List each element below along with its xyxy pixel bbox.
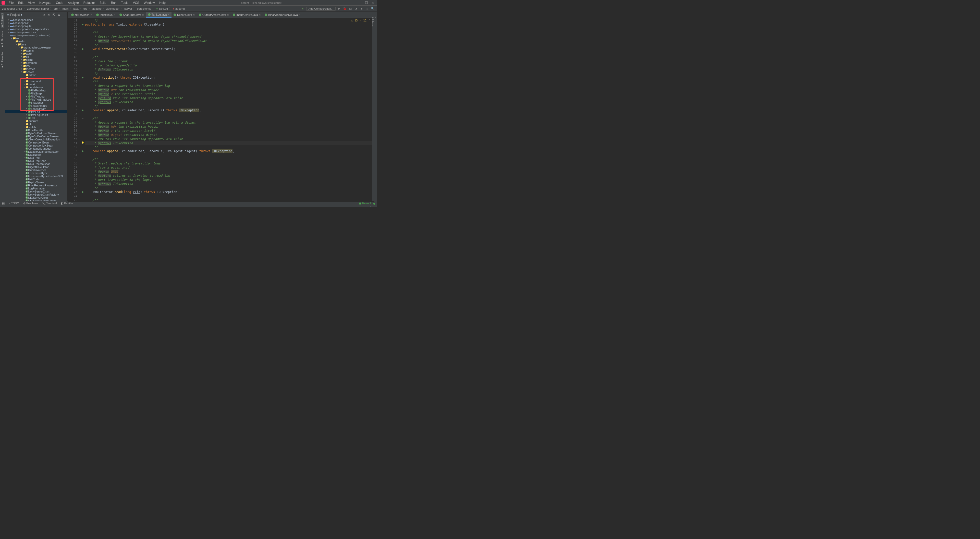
- tree-item[interactable]: ▸▬ zookeeper-it: [5, 21, 67, 24]
- tree-item[interactable]: C NettyServerCnxn: [5, 190, 67, 193]
- tool-tab-m[interactable]: m: [374, 14, 377, 201]
- structure-icon[interactable]: ≡: [365, 6, 369, 11]
- select-opened-icon[interactable]: ⊙: [42, 13, 45, 17]
- show-tool-icon[interactable]: ▤: [2, 202, 5, 205]
- editor-tab[interactable]: SnapShot.java×: [118, 12, 146, 18]
- maximize-icon[interactable]: ☐: [365, 1, 368, 5]
- tree-item[interactable]: C FileSnap: [5, 92, 67, 95]
- tree-item[interactable]: ▸C DataTree: [5, 156, 67, 159]
- menu-code[interactable]: Code: [54, 0, 65, 5]
- breadcrumb-item[interactable]: apache: [92, 7, 102, 10]
- debug-icon[interactable]: 🐞: [343, 6, 347, 11]
- tree-item[interactable]: ▸▬ zookeeper-recipes: [5, 30, 67, 34]
- lock-icon[interactable]: 🔓: [369, 207, 372, 207]
- tree-item[interactable]: ▸📁 cli: [5, 55, 67, 58]
- tree-item[interactable]: ▸📁 admin: [5, 73, 67, 77]
- indent[interactable]: 4 spaces: [355, 207, 366, 207]
- tree-item[interactable]: ▾📁 main: [5, 40, 67, 43]
- editor-tab[interactable]: TxnLog.java×: [146, 12, 172, 18]
- tree-item[interactable]: C ExitCode: [5, 178, 67, 181]
- tree-item[interactable]: ▾▬ zookeeper-server [zookeeper]: [5, 34, 67, 37]
- close-tab-icon[interactable]: ×: [90, 13, 92, 16]
- tree-item[interactable]: C EphemeralTypeEmulate353: [5, 175, 67, 178]
- settings-icon[interactable]: ⚙: [57, 13, 61, 17]
- tree-item[interactable]: ▾📁 persistence: [5, 86, 67, 89]
- breadcrumb-item[interactable]: java: [73, 7, 79, 10]
- inspection-widget[interactable]: ⚠ 13 ✓ 12 ˄ ˅: [351, 19, 373, 22]
- tree-item[interactable]: ▸C DatadirCleanupManager: [5, 150, 67, 153]
- tool-tab-favorites[interactable]: ■ 2: Favorites: [1, 51, 4, 69]
- close-tab-icon[interactable]: ×: [114, 13, 115, 16]
- tree-item[interactable]: C ConnectionBean: [5, 141, 67, 144]
- tree-item[interactable]: C DataNode: [5, 153, 67, 156]
- caret-position[interactable]: 61:27: [329, 207, 336, 207]
- editor-tab[interactable]: Index.java×: [94, 12, 118, 18]
- expand-icon[interactable]: ⇲: [47, 13, 51, 17]
- minimize-icon[interactable]: —: [358, 1, 361, 5]
- tree-item[interactable]: C NettyServerCnxnFactory: [5, 193, 67, 196]
- menu-window[interactable]: Window: [142, 0, 157, 5]
- breadcrumb-item[interactable]: persistence: [137, 7, 151, 10]
- project-view-dropdown[interactable]: ▤ Project ▾: [6, 13, 22, 17]
- tree-item[interactable]: ▸▬ zookeeper-metrics-providers: [5, 27, 67, 30]
- close-tab-icon[interactable]: ×: [168, 13, 169, 16]
- tree-item[interactable]: C FilePadding: [5, 89, 67, 92]
- close-tab-icon[interactable]: ×: [193, 13, 195, 16]
- tree-item[interactable]: ▸📁 metrics: [5, 67, 67, 70]
- close-tab-icon[interactable]: ×: [259, 13, 261, 16]
- menu-navigate[interactable]: Navigate: [37, 0, 53, 5]
- tree-item[interactable]: ▸📁 admin: [5, 49, 67, 52]
- tree-item[interactable]: ▾📁 server: [5, 70, 67, 73]
- breadcrumb-item[interactable]: zookeeper-3.6.3: [2, 7, 22, 10]
- tree-item[interactable]: C LogFormatter: [5, 187, 67, 190]
- breadcrumb-item[interactable]: main: [62, 7, 68, 10]
- tree-item[interactable]: C NIOServerCnxn: [5, 196, 67, 199]
- tree-item[interactable]: ▸📁 jmx: [5, 64, 67, 67]
- tree-item[interactable]: ▾📁 java: [5, 43, 67, 46]
- tree-item[interactable]: ▸📁 watch: [5, 126, 67, 129]
- editor-tab[interactable]: zkServer.sh×: [69, 12, 94, 18]
- menu-build[interactable]: Build: [97, 0, 108, 5]
- tree-item[interactable]: ▸▬ zookeeper-docs: [5, 18, 67, 21]
- editor[interactable]: 3132333435363738394041424344454647484950…: [68, 18, 377, 202]
- build-icon[interactable]: ↘: [301, 6, 305, 11]
- tree-item[interactable]: ▸📁 quorum: [5, 120, 67, 123]
- line-separator[interactable]: LF: [339, 207, 342, 207]
- tree-item[interactable]: C ExpiryQueue: [5, 181, 67, 184]
- tree-item[interactable]: C ByteBufferOutputStream: [5, 135, 67, 138]
- close-tab-icon[interactable]: ×: [227, 13, 229, 16]
- breadcrumb-item[interactable]: ● TxnLog: [156, 7, 168, 10]
- close-icon[interactable]: ✕: [372, 1, 374, 5]
- tree-item[interactable]: C FinalRequestProcessor: [5, 184, 67, 187]
- menu-refactor[interactable]: Refactor: [81, 0, 97, 5]
- tool-tab-structure[interactable]: ■ 1: Structure: [1, 31, 4, 48]
- tree-item[interactable]: ▸📁 util: [5, 123, 67, 126]
- tree-item[interactable]: C SnapshotInfo: [5, 104, 67, 107]
- tree-item[interactable]: ▸I TxnLog: [5, 110, 67, 113]
- tree-item[interactable]: ▸C TxnLogToolkit: [5, 113, 67, 116]
- tool-tab-database[interactable]: Database: [371, 14, 374, 201]
- editor-tab[interactable]: Record.java×: [172, 12, 197, 18]
- editor-tab[interactable]: OutputArchive.java×: [197, 12, 231, 18]
- breadcrumb-item[interactable]: org: [83, 7, 88, 10]
- breadcrumb-item[interactable]: src: [54, 7, 58, 10]
- menu-view[interactable]: View: [26, 0, 37, 5]
- bottom-tab-problems[interactable]: ⊘ Problems: [23, 202, 38, 205]
- menu-tools[interactable]: Tools: [119, 0, 130, 5]
- menu-edit[interactable]: Edit: [16, 0, 25, 5]
- tree-item[interactable]: C ClientCnxnLimitException: [5, 138, 67, 141]
- tree-item[interactable]: I SnapShot: [5, 101, 67, 104]
- collapse-icon[interactable]: ⇱: [52, 13, 56, 17]
- breadcrumb-item[interactable]: ● append: [173, 7, 185, 10]
- tree-item[interactable]: ▾📁 org.apache.zookeeper: [5, 46, 67, 49]
- tree-item[interactable]: ▸📁 client: [5, 58, 67, 61]
- tree-item[interactable]: ▸📁 metric: [5, 83, 67, 86]
- run-configuration-dropdown[interactable]: Add Configuration...: [306, 6, 336, 11]
- run-icon[interactable]: ▶: [337, 6, 341, 11]
- close-tab-icon[interactable]: ×: [299, 13, 301, 16]
- stop-icon[interactable]: ■: [360, 6, 364, 11]
- tree-item[interactable]: ▸C FileTxnSnapLog: [5, 98, 67, 101]
- project-tree[interactable]: ▸▬ zookeeper-docs▸▬ zookeeper-it▸▬ zooke…: [5, 18, 67, 201]
- tree-item[interactable]: I ConnectionMXBean: [5, 144, 67, 147]
- code-content[interactable]: */public interface TxnLog extends Closea…: [85, 18, 374, 202]
